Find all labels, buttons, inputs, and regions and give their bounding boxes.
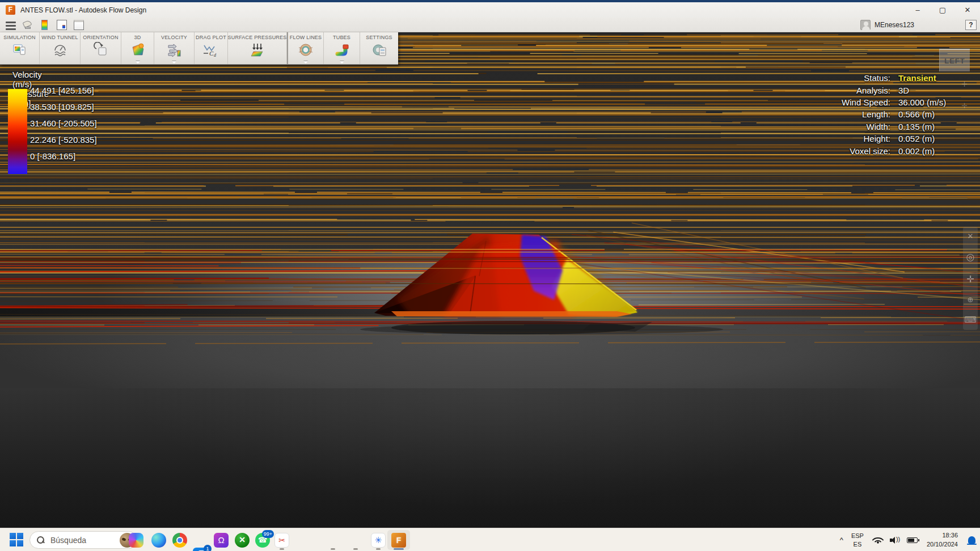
user-chip[interactable]: MEneses123	[860, 20, 914, 30]
panels-toggle-icon[interactable]	[56, 19, 68, 31]
tab-wind-tunnel[interactable]: WIND TUNNEL	[40, 32, 81, 64]
language-switcher[interactable]: ESP ES	[851, 532, 864, 548]
chatgpt-icon[interactable]: ✳	[371, 533, 386, 548]
search-placeholder: Búsqueda	[50, 536, 86, 545]
status-value-status: Transient	[898, 73, 971, 83]
status-label: Width:	[818, 122, 890, 132]
close-icon[interactable]: ✕	[968, 232, 974, 240]
legend-toggle-icon[interactable]	[39, 19, 51, 31]
tab-orientation[interactable]: ORIENTATION	[81, 32, 121, 64]
ribbon-toolbar: SIMULATION WIND TUNNEL ORIENTATION 3D VE…	[0, 32, 398, 65]
tray-time: 18:36	[927, 531, 958, 540]
3d-viewport[interactable]: Velocity (m/s) [Pressure (Pa)] 44.491 [4…	[0, 32, 980, 528]
battery-icon[interactable]	[907, 537, 918, 543]
panel-move-icon[interactable]: ✛	[961, 80, 968, 88]
drag-plot-icon: C d	[202, 41, 219, 58]
legend-entry: 38.530 [109.825]	[30, 102, 94, 112]
status-label: Analysis:	[818, 86, 890, 95]
velocity-icon	[166, 41, 183, 58]
status-value-width: 0.135 (m)	[898, 122, 971, 132]
tab-3d[interactable]: 3D	[121, 32, 154, 64]
running-indicator	[376, 548, 381, 550]
running-indicator	[353, 548, 358, 550]
dropdown-arrow-icon[interactable]	[172, 61, 176, 63]
keyboard-icon[interactable]: ⌨	[964, 315, 977, 325]
clock[interactable]: 18:36 20/10/2024	[927, 531, 958, 549]
snipping-tool-icon[interactable]: ✂	[274, 533, 289, 548]
svg-text:C: C	[209, 50, 214, 57]
notification-bell-icon[interactable]	[968, 536, 975, 544]
user-name: MEneses123	[875, 21, 914, 29]
status-label: Height:	[818, 134, 890, 143]
wind-tunnel-icon	[52, 41, 69, 58]
status-label: Length:	[818, 109, 890, 119]
start-button[interactable]	[9, 532, 24, 547]
viewcube-face-label: LEFT	[944, 57, 965, 65]
tab-flow-lines[interactable]: FLOW LINES	[287, 32, 324, 64]
app-icon: F	[6, 5, 15, 15]
pan-hand-icon[interactable]: ✛	[966, 274, 974, 285]
legend-entry: 44.491 [425.156]	[30, 86, 94, 95]
flow-design-taskbar-icon[interactable]: F	[391, 533, 406, 548]
whatsapp-icon[interactable]: ☎ 99+	[255, 533, 270, 548]
viewcube[interactable]: LEFT	[939, 49, 970, 71]
lamp-icon[interactable]	[22, 19, 34, 31]
omega-app-icon[interactable]: Ω	[214, 533, 229, 548]
legend-colorbar	[8, 89, 27, 174]
status-value-height: 0.052 (m)	[898, 134, 971, 143]
dropdown-arrow-icon[interactable]	[340, 61, 344, 63]
status-label: Voxel size:	[818, 146, 890, 156]
wifi-icon[interactable]	[873, 536, 883, 544]
tab-simulation[interactable]: SIMULATION	[0, 32, 40, 64]
taskbar: Búsqueda 1 Ω ✕ ☎ 99+ ✂ ✳ F ^ ESP ES )) 1…	[0, 528, 980, 551]
help-button[interactable]: ?	[965, 20, 977, 30]
status-value-length: 0.566 (m)	[898, 109, 971, 119]
microsoft-store-icon[interactable]: 1	[193, 548, 208, 551]
avatar	[860, 20, 871, 30]
running-indicator	[280, 548, 284, 550]
search-icon	[37, 536, 45, 544]
svg-text:d: d	[214, 53, 217, 58]
store-badge: 1	[204, 545, 212, 551]
tab-velocity[interactable]: VELOCITY	[154, 32, 195, 64]
legend-entry: 0 [-836.165]	[30, 151, 75, 161]
status-panel: Status:Transient Analysis:3D Wind Speed:…	[818, 72, 971, 157]
maximize-button[interactable]: ▢	[930, 3, 955, 18]
tab-drag-plot[interactable]: DRAG PLOT C d	[195, 32, 228, 64]
tab-tubes[interactable]: TUBES	[324, 32, 360, 64]
settings-icon	[371, 41, 388, 58]
legend-entry: 31.460 [-205.505]	[30, 118, 97, 128]
orientation-icon	[92, 41, 109, 58]
navigation-bar[interactable]: ✕ ◎ ✛ ⊕ ⌨	[963, 227, 978, 330]
simulation-icon	[11, 41, 28, 58]
menu-hamburger-icon[interactable]	[5, 19, 17, 31]
panel-move-icon[interactable]: ✛	[961, 101, 968, 110]
titlebar: F ANTES FLOW.stl - Autodesk Flow Design …	[0, 2, 980, 18]
dropdown-arrow-icon[interactable]	[303, 61, 308, 63]
flow-lines-icon	[297, 41, 314, 58]
chrome-icon[interactable]	[172, 533, 187, 548]
zoom-icon[interactable]: ⊕	[968, 295, 974, 304]
active-running-indicator	[394, 548, 404, 550]
running-indicator	[331, 548, 335, 550]
status-value-analysis: 3D	[898, 86, 971, 95]
tab-surface-pressures[interactable]: SURFACE PRESSURES	[228, 32, 287, 64]
legend-entry: 22.246 [-520.835]	[30, 135, 97, 145]
close-button[interactable]: ✕	[955, 3, 980, 18]
speaker-icon[interactable]: ))	[890, 536, 900, 544]
xbox-icon[interactable]: ✕	[235, 533, 250, 548]
minimize-button[interactable]: –	[905, 3, 930, 18]
edge-icon[interactable]	[151, 533, 166, 548]
tray-chevron-icon[interactable]: ^	[840, 536, 843, 544]
copilot-icon[interactable]	[129, 533, 143, 548]
dropdown-arrow-icon[interactable]	[136, 61, 140, 63]
quick-access-toolbar: MEneses123 ?	[0, 18, 980, 32]
surface-pressures-icon	[249, 41, 266, 58]
tray-date: 20/10/2024	[927, 540, 958, 549]
tubes-icon	[333, 41, 350, 58]
status-label: Status:	[818, 73, 890, 83]
tab-settings[interactable]: SETTINGS	[360, 32, 398, 64]
orbit-icon[interactable]: ◎	[966, 251, 975, 263]
search-input[interactable]: Búsqueda	[29, 531, 137, 549]
window-layout-icon[interactable]	[73, 19, 85, 31]
